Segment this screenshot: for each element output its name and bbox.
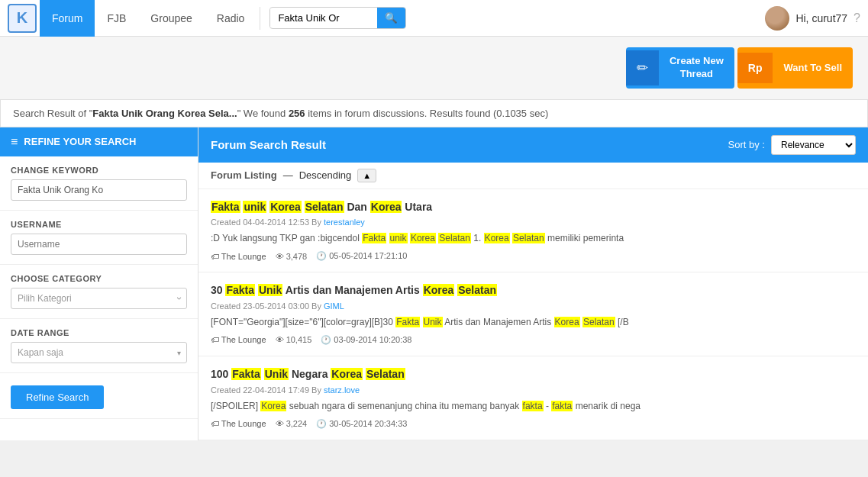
- sidebar-category-label: CHOOSE CATEGORY: [11, 274, 187, 283]
- thread-footer: 🏷 The Lounge 👁 3,224 🕐 30-05-2014 20:34:…: [211, 419, 856, 429]
- search-count: 256: [289, 108, 305, 119]
- sidebar-button-section: Refine Search: [0, 373, 198, 419]
- thread-title[interactable]: 100 Fakta Unik Negara Korea Selatan: [211, 367, 856, 382]
- sidebar-category-select[interactable]: Pilih Kategori: [11, 288, 187, 309]
- thread-tag: 🏷 The Lounge: [211, 335, 266, 344]
- sidebar-keyword-label: CHANGE KEYWORD: [11, 166, 187, 175]
- sidebar-username-label: USERNAME: [11, 220, 187, 229]
- listing-separator: —: [283, 169, 293, 181]
- listing-order-toggle[interactable]: ▲: [357, 169, 376, 182]
- search-input[interactable]: [270, 8, 377, 27]
- sort-select[interactable]: Relevance Date Views: [771, 135, 856, 155]
- hl-fakta: Fakta: [211, 201, 240, 213]
- want-to-sell-button[interactable]: Rp Want To Sell: [737, 47, 853, 89]
- hl-unik: unik: [243, 201, 266, 213]
- refine-search-button[interactable]: Refine Search: [11, 385, 104, 409]
- thread-meta: Created 22-04-2014 17:49 By starz.love: [211, 385, 856, 395]
- sidebar-keyword-input[interactable]: [11, 179, 187, 201]
- nav-groupee[interactable]: Groupee: [138, 0, 204, 37]
- sidebar-daterange-wrapper: Kapan saja: [11, 342, 187, 363]
- thread-footer: 🏷 The Lounge 👁 10,415 🕐 03-09-2014 10:20…: [211, 335, 856, 345]
- sidebar-daterange-select[interactable]: Kapan saja: [11, 342, 187, 363]
- sidebar-toggle-icon[interactable]: ≡: [11, 135, 18, 149]
- sidebar-keyword-section: CHANGE KEYWORD: [0, 156, 198, 211]
- thread-tag: 🏷 The Lounge: [211, 419, 266, 428]
- sort-label: Sort by :: [728, 139, 765, 150]
- thread-item: 30 Fakta Unik Artis dan Manajemen Artis …: [198, 272, 868, 356]
- thread-item: Fakta unik Korea Selatan Dan Korea Utara…: [198, 189, 868, 273]
- thread-views: 👁 3,224: [276, 419, 308, 428]
- search-result-bar: Search Result of "Fakta Unik Orang Korea…: [0, 99, 868, 127]
- thread-title[interactable]: Fakta unik Korea Selatan Dan Korea Utara: [211, 200, 856, 215]
- thread-preview: [/SPOILER] Korea sebuah ngara di semenan…: [211, 399, 856, 413]
- thread-list: Fakta unik Korea Selatan Dan Korea Utara…: [198, 189, 868, 440]
- search-result-text: Search Result of "Fakta Unik Orang Korea…: [13, 108, 548, 119]
- nav-fjb[interactable]: FJB: [95, 0, 138, 37]
- user-greeting: Hi, curut77: [795, 12, 847, 24]
- sidebar-title: REFINE YOUR SEARCH: [24, 136, 136, 147]
- thread-lastpost: 🕐 05-05-2014 17:21:10: [316, 251, 407, 261]
- create-thread-label: Create NewThread: [659, 47, 734, 89]
- search-query: Fakta Unik Orang Korea Sela...: [92, 108, 237, 119]
- listing-label: Forum Listing: [211, 169, 277, 181]
- main-layout: ≡ REFINE YOUR SEARCH CHANGE KEYWORD USER…: [0, 127, 868, 440]
- want-to-sell-label: Want To Sell: [773, 54, 853, 81]
- search-time: (0.1035 sec): [493, 108, 548, 119]
- action-bar: ✏ Create NewThread Rp Want To Sell: [0, 37, 868, 99]
- create-thread-button[interactable]: ✏ Create NewThread: [626, 47, 734, 89]
- thread-views: 👁 10,415: [276, 335, 312, 344]
- nav-separator: [260, 7, 260, 30]
- thread-preview: :D Yuk langsung TKP gan :bigcendol Fakta…: [211, 231, 856, 245]
- thread-views: 👁 3,478: [276, 252, 308, 261]
- header: K Forum FJB Groupee Radio 🔍 Hi, curut77 …: [0, 0, 868, 37]
- user-area: Hi, curut77 ?: [765, 6, 860, 31]
- sidebar-header: ≡ REFINE YOUR SEARCH: [0, 127, 198, 156]
- result-header: Forum Search Result Sort by : Relevance …: [198, 127, 868, 163]
- sidebar-daterange-section: DATE RANGE Kapan saja: [0, 319, 198, 373]
- hl-selatan: Selatan: [305, 201, 344, 213]
- thread-lastpost: 🕐 30-05-2014 20:34:33: [316, 419, 407, 429]
- sidebar-daterange-label: DATE RANGE: [11, 328, 187, 337]
- listing-order: Descending: [299, 169, 352, 181]
- sidebar-category-wrapper: Pilih Kategori: [11, 288, 187, 309]
- hl-korea: Korea: [269, 201, 302, 213]
- search-area: 🔍: [269, 7, 406, 29]
- sidebar: ≡ REFINE YOUR SEARCH CHANGE KEYWORD USER…: [0, 127, 198, 440]
- sidebar-username-input[interactable]: [11, 234, 187, 255]
- sort-area: Sort by : Relevance Date Views: [728, 135, 856, 155]
- logo-icon: K: [17, 9, 27, 27]
- thread-meta: Created 23-05-2014 03:00 By GIML: [211, 301, 856, 311]
- thread-item: 100 Fakta Unik Negara Korea Selatan Crea…: [198, 356, 868, 440]
- content-area: Forum Search Result Sort by : Relevance …: [198, 127, 868, 440]
- listing-bar: Forum Listing — Descending ▲: [198, 163, 868, 189]
- thread-title[interactable]: 30 Fakta Unik Artis dan Manajemen Artis …: [211, 283, 856, 298]
- want-to-sell-icon: Rp: [737, 53, 773, 83]
- help-icon[interactable]: ?: [853, 11, 860, 25]
- nav-radio[interactable]: Radio: [205, 0, 257, 37]
- thread-author[interactable]: starz.love: [324, 385, 360, 395]
- nav-forum[interactable]: Forum: [40, 0, 95, 37]
- avatar: [765, 6, 789, 31]
- search-button[interactable]: 🔍: [377, 8, 405, 28]
- thread-footer: 🏷 The Lounge 👁 3,478 🕐 05-05-2014 17:21:…: [211, 251, 856, 261]
- hl-korea2: Korea: [370, 201, 402, 213]
- thread-lastpost: 🕐 03-09-2014 10:20:38: [321, 335, 411, 345]
- thread-tag: 🏷 The Lounge: [211, 252, 266, 261]
- result-title: Forum Search Result: [211, 138, 326, 151]
- create-thread-icon: ✏: [626, 50, 659, 85]
- thread-author[interactable]: GIML: [324, 301, 344, 311]
- sidebar-username-section: USERNAME: [0, 211, 198, 265]
- thread-meta: Created 04-04-2014 12:53 By terestanley: [211, 218, 856, 227]
- logo[interactable]: K: [8, 4, 37, 33]
- sidebar-category-section: CHOOSE CATEGORY Pilih Kategori: [0, 265, 198, 319]
- thread-author[interactable]: terestanley: [324, 218, 365, 227]
- thread-preview: [FONT="Georgia"][size="6"][color=gray][B…: [211, 315, 856, 329]
